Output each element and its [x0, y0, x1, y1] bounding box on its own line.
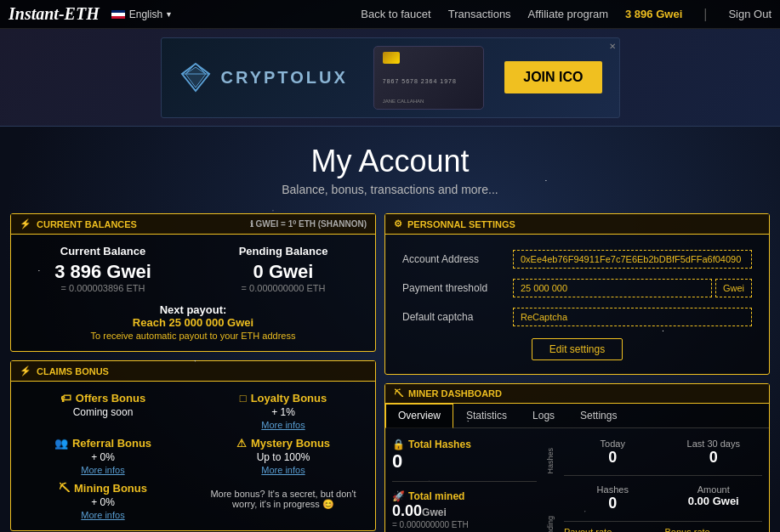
cryptolux-logo: CRYPTOLUX	[179, 60, 348, 94]
pending-vertical-label: Pending	[546, 516, 555, 532]
hashes-stat: Hashes 0	[564, 481, 662, 516]
top-stats-row: Today 0 Last 30 days 0	[564, 435, 762, 470]
banner: ✕ CRYPTOLUX 7867 5678 2364 1978 JANE CAL…	[0, 29, 780, 127]
miner-left-stats: 🔒 Total Hashes 0 🚀 Total mined	[392, 435, 537, 532]
total-mined-unit: Gwei	[422, 507, 447, 518]
bottom-stats-row: Hashes 0 Amount 0.00 Gwei	[564, 481, 762, 516]
hashes-label: Hashes	[567, 484, 658, 495]
flag-icon	[111, 10, 125, 19]
total-mined-title: 🚀 Total mined	[392, 490, 537, 502]
card-name: JANE CALLAHAN	[383, 99, 475, 104]
today-stat: Today 0	[564, 435, 662, 470]
payout-rate-label: Payout rate	[564, 527, 662, 532]
miner-divider-1	[392, 481, 537, 482]
total-hashes-stat: 🔒 Total Hashes 0	[392, 435, 537, 476]
card-number: 7867 5678 2364 1978	[383, 78, 475, 84]
amount-label: Amount	[669, 484, 760, 495]
total-mined-value: 0.00Gwei	[392, 502, 537, 520]
amount-stat: Amount 0.00 Gwei	[665, 481, 763, 516]
today-label: Today	[567, 439, 658, 449]
bonus-rate-stat: Bonus rate +1% per 3 283 Hashes	[665, 527, 763, 532]
last30-label: Last 30 days	[669, 439, 760, 449]
miner-right-stats: Today 0 Last 30 days 0	[564, 435, 762, 532]
cryptolux-text: CRYPTOLUX	[221, 68, 348, 88]
banner-inner: ✕ CRYPTOLUX 7867 5678 2364 1978 JANE CAL…	[161, 37, 620, 118]
miner-overview-grid: 🔒 Total Hashes 0 🚀 Total mined	[392, 435, 762, 532]
last30-stat: Last 30 days 0	[665, 435, 763, 470]
today-value: 0	[567, 449, 658, 467]
amount-value: 0.00 Gwei	[669, 495, 760, 507]
total-hashes-value: 0	[392, 450, 537, 473]
card-chip	[383, 52, 400, 64]
banner-card: 7867 5678 2364 1978 JANE CALLAHAN	[373, 46, 484, 110]
payout-rate-stat: Payout rate 5 939.00 Gwei per 3 000 Hash…	[564, 527, 662, 532]
total-hashes-title: 🔒 Total Hashes	[392, 439, 537, 450]
join-ico-button[interactable]: JOIN ICO	[504, 61, 601, 93]
miner-body: 🔒 Total Hashes 0 🚀 Total mined	[385, 428, 769, 532]
bonus-rate-label: Bonus rate	[665, 527, 763, 532]
close-icon[interactable]: ✕	[609, 42, 616, 51]
miner-divider-2	[564, 475, 762, 476]
hashes-vertical-label: Hashes	[546, 448, 555, 474]
svg-marker-1	[185, 67, 206, 88]
vertical-labels: Hashes Pending	[542, 435, 559, 532]
miner-divider-3	[564, 521, 762, 522]
total-mined-stat: 🚀 Total mined 0.00Gwei = 0.000000000 ETH…	[392, 487, 537, 532]
hashes-value: 0	[567, 495, 658, 512]
rate-stats-row: Payout rate 5 939.00 Gwei per 3 000 Hash…	[564, 527, 762, 532]
total-mined-eth: = 0.000000000 ETH	[392, 520, 537, 529]
lock-icon: 🔒	[392, 439, 405, 450]
diamond-icon	[179, 60, 213, 94]
rocket-icon: 🚀	[392, 490, 405, 502]
last30-value: 0	[669, 449, 760, 467]
